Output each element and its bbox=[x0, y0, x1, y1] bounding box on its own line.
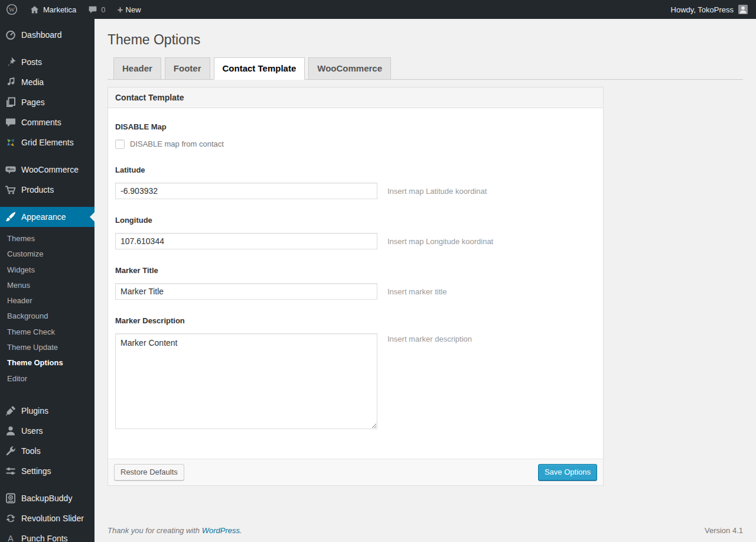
sidebar-item-pages[interactable]: Pages bbox=[0, 92, 94, 112]
sidebar-item-label: Grid Elements bbox=[21, 138, 74, 147]
sidebar-item-appearance[interactable]: Appearance bbox=[0, 207, 94, 227]
tab-footer[interactable]: Footer bbox=[165, 57, 210, 80]
save-options-button[interactable]: Save Options bbox=[538, 464, 597, 481]
sidebar-item-backupbuddy[interactable]: BackupBuddy bbox=[0, 488, 94, 508]
tab-header[interactable]: Header bbox=[113, 57, 161, 80]
sidebar-item-label: Posts bbox=[21, 57, 42, 67]
longitude-hint: Insert map Longitude koordinat bbox=[387, 233, 493, 246]
comment-count: 0 bbox=[101, 5, 105, 14]
sidebar-item-woocommerce[interactable]: Woo WooCommerce bbox=[0, 160, 94, 180]
wordpress-link[interactable]: WordPress bbox=[202, 526, 240, 535]
sidebar-item-label: WooCommerce bbox=[21, 165, 79, 174]
sidebar-item-label: Tools bbox=[21, 446, 41, 456]
pushpin-icon bbox=[5, 56, 17, 68]
sidebar-item-label: Plugins bbox=[21, 406, 48, 416]
pages-icon bbox=[5, 96, 17, 108]
home-icon bbox=[30, 5, 40, 15]
disable-map-checkbox[interactable] bbox=[115, 139, 125, 149]
panel-title: Contact Template bbox=[108, 87, 603, 108]
site-name-label: Marketica bbox=[43, 5, 76, 14]
comments-icon bbox=[5, 116, 17, 128]
disable-map-checkbox-label[interactable]: DISABLE map from contact bbox=[130, 139, 224, 148]
contact-template-panel: Contact Template DISABLE Map DISABLE map… bbox=[107, 87, 604, 486]
field-marker-description: Marker Description Insert marker descrip… bbox=[115, 316, 596, 429]
latitude-input[interactable] bbox=[115, 183, 377, 199]
sidebar-item-posts[interactable]: Posts bbox=[0, 52, 94, 72]
field-label: Marker Description bbox=[115, 316, 596, 325]
svg-text:W: W bbox=[9, 7, 15, 13]
submenu-item-theme-options[interactable]: Theme Options bbox=[0, 355, 94, 371]
backup-device-icon bbox=[5, 492, 17, 504]
sidebar-item-plugins[interactable]: Plugins bbox=[0, 401, 94, 421]
submenu-item-background[interactable]: Background bbox=[0, 309, 94, 324]
submenu-item-widgets[interactable]: Widgets bbox=[0, 262, 94, 278]
submenu-item-customize[interactable]: Customize bbox=[0, 246, 94, 262]
sidebar-item-grid-elements[interactable]: Grid Elements bbox=[0, 132, 94, 152]
restore-defaults-button[interactable]: Restore Defaults bbox=[114, 464, 184, 481]
sidebar-item-label: Revolution Slider bbox=[21, 514, 84, 523]
wrench-icon bbox=[5, 445, 17, 457]
tab-bar: Header Footer Contact Template WooCommer… bbox=[107, 57, 743, 80]
sidebar-item-punch-fonts[interactable]: A Punch Fonts bbox=[0, 528, 94, 542]
sidebar-item-label: Media bbox=[21, 77, 44, 87]
submenu-item-themes[interactable]: Themes bbox=[0, 231, 94, 246]
new-content-button[interactable]: + New bbox=[112, 0, 147, 19]
tab-contact-template[interactable]: Contact Template bbox=[214, 57, 305, 80]
new-label: New bbox=[126, 5, 141, 14]
sidebar-item-dashboard[interactable]: Dashboard bbox=[0, 25, 94, 45]
sidebar-item-revolution-slider[interactable]: Revolution Slider bbox=[0, 508, 94, 528]
user-icon bbox=[5, 425, 17, 437]
comments-counter[interactable]: 0 bbox=[82, 0, 111, 19]
grid-elements-icon bbox=[5, 137, 17, 148]
sidebar-item-label: Comments bbox=[21, 118, 61, 127]
sidebar-item-label: Pages bbox=[21, 98, 45, 107]
paintbrush-icon bbox=[5, 211, 17, 223]
submenu-item-theme-check[interactable]: Theme Check bbox=[0, 324, 94, 340]
panel-body: DISABLE Map DISABLE map from contact Lat… bbox=[108, 108, 603, 459]
submenu-item-header[interactable]: Header bbox=[0, 293, 94, 309]
sidebar-item-label: Punch Fonts bbox=[21, 534, 68, 542]
field-label: Latitude bbox=[115, 165, 596, 174]
letter-a-icon: A bbox=[5, 533, 17, 542]
site-name-link[interactable]: Marketica bbox=[24, 0, 82, 19]
sidebar-item-label: Dashboard bbox=[21, 30, 62, 40]
marker-description-hint: Insert marker description bbox=[387, 333, 472, 343]
panel-footer: Restore Defaults Save Options bbox=[108, 459, 603, 485]
tab-woocommerce[interactable]: WooCommerce bbox=[308, 57, 391, 80]
sidebar-item-label: Products bbox=[21, 185, 54, 194]
plus-icon: + bbox=[118, 5, 123, 15]
sidebar-item-tools[interactable]: Tools bbox=[0, 441, 94, 461]
sidebar-item-users[interactable]: Users bbox=[0, 421, 94, 441]
sidebar-item-label: BackupBuddy bbox=[21, 494, 72, 503]
dashboard-icon bbox=[5, 29, 17, 41]
longitude-input[interactable] bbox=[115, 233, 377, 249]
version-label: Version 4.1 bbox=[705, 526, 743, 535]
page-footer: Thank you for creating with WordPress. V… bbox=[107, 526, 743, 535]
sliders-icon bbox=[5, 465, 17, 477]
cycle-arrows-icon bbox=[5, 512, 17, 524]
cart-icon bbox=[5, 184, 17, 196]
marker-description-textarea[interactable] bbox=[115, 333, 377, 429]
sidebar-item-label: Appearance bbox=[21, 212, 66, 222]
sidebar-item-settings[interactable]: Settings bbox=[0, 461, 94, 481]
marker-title-input[interactable] bbox=[115, 283, 377, 300]
admin-sidebar: Dashboard Posts Media Pages Commen bbox=[0, 19, 94, 542]
plugin-icon bbox=[5, 405, 17, 417]
field-latitude: Latitude Insert map Latitude koordinat bbox=[115, 165, 596, 199]
latitude-hint: Insert map Latitude koordinat bbox=[387, 183, 487, 196]
appearance-submenu: Themes Customize Widgets Menus Header Ba… bbox=[0, 227, 94, 394]
submenu-item-theme-update[interactable]: Theme Update bbox=[0, 340, 94, 355]
howdy-text: Howdy, TokoPress bbox=[671, 5, 734, 14]
sidebar-item-media[interactable]: Media bbox=[0, 72, 94, 92]
svg-text:A: A bbox=[8, 534, 14, 542]
wordpress-logo-icon[interactable]: W bbox=[0, 0, 24, 19]
sidebar-item-comments[interactable]: Comments bbox=[0, 112, 94, 132]
submenu-item-menus[interactable]: Menus bbox=[0, 278, 94, 293]
admin-bar: W Marketica 0 + New Howdy, TokoPress bbox=[0, 0, 756, 19]
sidebar-item-products[interactable]: Products bbox=[0, 180, 94, 200]
sidebar-item-label: Users bbox=[21, 426, 43, 436]
field-disable-map: DISABLE Map DISABLE map from contact bbox=[115, 122, 596, 149]
account-menu[interactable]: Howdy, TokoPress bbox=[671, 0, 756, 19]
woocommerce-icon: Woo bbox=[5, 164, 17, 176]
submenu-item-editor[interactable]: Editor bbox=[0, 371, 94, 387]
